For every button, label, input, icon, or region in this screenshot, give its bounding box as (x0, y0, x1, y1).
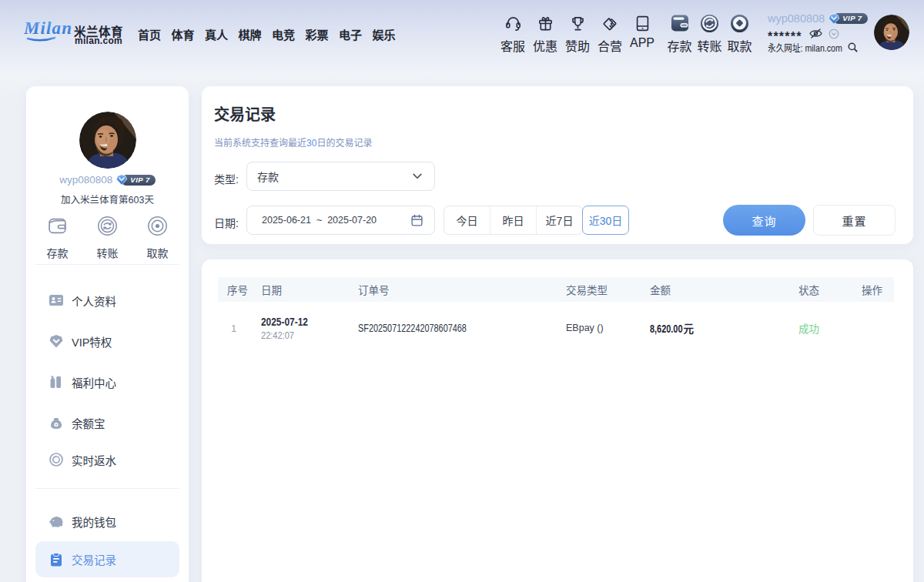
svg-text:Milan: Milan (24, 18, 72, 38)
